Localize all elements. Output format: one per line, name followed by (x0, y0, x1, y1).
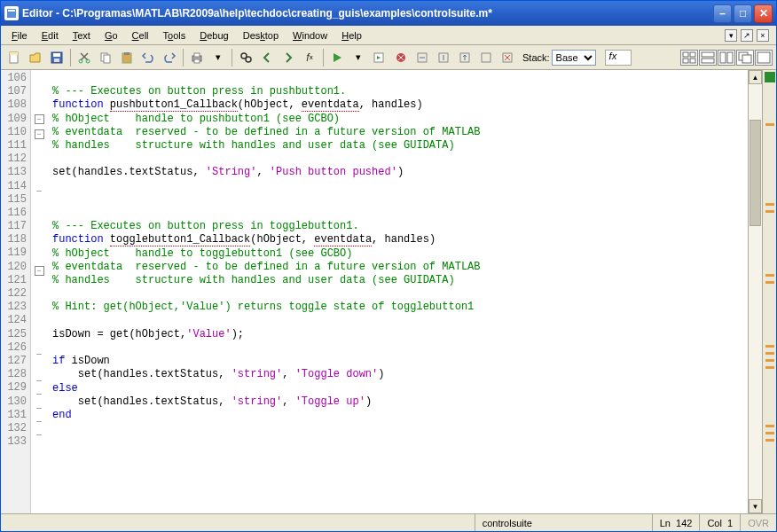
editor-window: Editor - C:\Programas\MATLAB\R2009a\help… (0, 0, 777, 532)
run-icon[interactable] (327, 48, 347, 67)
warning-mark[interactable] (765, 123, 774, 126)
svg-rect-29 (702, 52, 714, 57)
code-health-strip[interactable] (762, 70, 776, 513)
svg-point-17 (246, 57, 251, 62)
tab-close-icon[interactable]: × (757, 29, 769, 42)
scroll-thumb[interactable] (750, 120, 761, 226)
svg-rect-25 (683, 52, 688, 57)
svg-rect-30 (702, 59, 714, 63)
toolbar: ▾ fx ▾ Stack: Base fx (1, 45, 776, 70)
copy-icon[interactable] (96, 48, 115, 67)
code-health-indicator (765, 72, 775, 82)
print-dropdown-icon[interactable]: ▾ (208, 48, 228, 67)
print-icon[interactable] (187, 48, 207, 67)
warning-mark[interactable] (765, 203, 774, 206)
svg-rect-34 (742, 55, 751, 63)
step-out-icon[interactable] (455, 48, 475, 67)
menu-text[interactable]: Text (66, 28, 98, 43)
breakpoint-clear-icon[interactable] (391, 48, 411, 67)
scroll-down-icon[interactable]: ▼ (749, 499, 762, 513)
svg-rect-15 (194, 59, 200, 63)
menu-go[interactable]: Go (98, 28, 125, 43)
new-file-icon[interactable] (4, 48, 24, 67)
exit-debug-icon[interactable] (498, 48, 517, 67)
svg-rect-35 (757, 52, 770, 63)
continue-icon[interactable] (476, 48, 496, 67)
titlebar[interactable]: Editor - C:\Programas\MATLAB\R2009a\help… (1, 1, 776, 26)
function-icon[interactable]: fx (300, 48, 319, 67)
warning-mark[interactable] (765, 425, 774, 427)
svg-rect-31 (720, 52, 726, 63)
status-ovr: OVR (740, 514, 776, 531)
svg-rect-12 (124, 52, 130, 55)
menu-edit[interactable]: Edit (35, 28, 66, 43)
window-controls: – □ ✕ (713, 4, 773, 23)
menu-help[interactable]: Help (334, 28, 369, 43)
nav-forward-icon[interactable] (279, 48, 298, 67)
layout-horiz-icon[interactable] (699, 50, 717, 66)
cut-icon[interactable] (75, 48, 94, 67)
svg-rect-1 (8, 10, 15, 12)
maximize-button[interactable]: □ (734, 4, 752, 23)
scroll-up-icon[interactable]: ▲ (749, 70, 762, 84)
warning-mark[interactable] (765, 345, 774, 348)
undock-icon[interactable]: ↗ (741, 29, 753, 42)
warning-mark[interactable] (765, 281, 774, 284)
step-icon[interactable] (412, 48, 432, 67)
save-icon[interactable] (47, 48, 67, 67)
warning-mark[interactable] (765, 359, 774, 362)
menubar: File Edit Text Go Cell Tools Debug Deskt… (1, 26, 776, 45)
fx-indicator[interactable]: fx (605, 50, 632, 66)
status-line: Ln 142 (652, 514, 700, 531)
svg-rect-5 (53, 53, 60, 57)
editor-area: 1061071081091101111121131141151161171181… (1, 70, 776, 513)
scroll-track[interactable] (749, 84, 762, 499)
menu-cell[interactable]: Cell (125, 28, 156, 43)
run-dropdown-icon[interactable]: ▾ (349, 48, 368, 67)
nav-back-icon[interactable] (257, 48, 277, 67)
svg-rect-10 (104, 55, 110, 63)
undo-icon[interactable] (138, 48, 158, 67)
menu-debug[interactable]: Debug (192, 28, 235, 43)
minimize-button[interactable]: – (713, 4, 732, 23)
line-number-gutter[interactable]: 1061071081091101111121131141151161171181… (1, 70, 31, 513)
menu-file[interactable]: File (4, 28, 35, 43)
titlebar-text: Editor - C:\Programas\MATLAB\R2009a\help… (22, 7, 713, 20)
warning-mark[interactable] (765, 274, 774, 277)
menu-desktop[interactable]: Desktop (236, 28, 286, 43)
warning-mark[interactable] (765, 366, 774, 369)
svg-rect-23 (482, 53, 491, 62)
menu-window[interactable]: Window (286, 28, 334, 43)
svg-rect-28 (690, 59, 695, 63)
step-in-icon[interactable] (434, 48, 453, 67)
svg-rect-27 (683, 59, 688, 63)
fold-gutter[interactable]: −−–−–––––– (31, 70, 47, 513)
menu-tools[interactable]: Tools (156, 28, 193, 43)
code-area[interactable]: % --- Executes on button press in pushbu… (47, 70, 748, 513)
dock-arrow-icon[interactable]: ▾ (725, 29, 737, 42)
svg-rect-6 (54, 59, 59, 62)
stack-select[interactable]: Base (552, 50, 596, 66)
layout-vert-icon[interactable] (718, 50, 735, 66)
warning-mark[interactable] (765, 439, 774, 442)
layout-grid-icon[interactable] (680, 50, 698, 66)
layout-single-icon[interactable] (755, 50, 773, 66)
svg-rect-26 (690, 52, 695, 57)
layout-float-icon[interactable] (736, 50, 754, 66)
app-icon (4, 6, 19, 20)
warning-mark[interactable] (765, 352, 774, 355)
status-filename: controlsuite (475, 514, 652, 531)
redo-icon[interactable] (160, 48, 179, 67)
status-col: Col 1 (699, 514, 740, 531)
vertical-scrollbar[interactable]: ▲ ▼ (748, 70, 762, 513)
close-button[interactable]: ✕ (754, 4, 773, 23)
stack-label: Stack: (522, 52, 550, 63)
find-icon[interactable] (236, 48, 255, 67)
paste-icon[interactable] (117, 48, 137, 67)
warning-mark[interactable] (765, 210, 774, 213)
warning-mark[interactable] (765, 432, 774, 434)
run-advance-icon[interactable] (370, 48, 389, 67)
statusbar: controlsuite Ln 142 Col 1 OVR (1, 513, 776, 531)
svg-rect-3 (10, 52, 18, 55)
open-file-icon[interactable] (26, 48, 45, 67)
